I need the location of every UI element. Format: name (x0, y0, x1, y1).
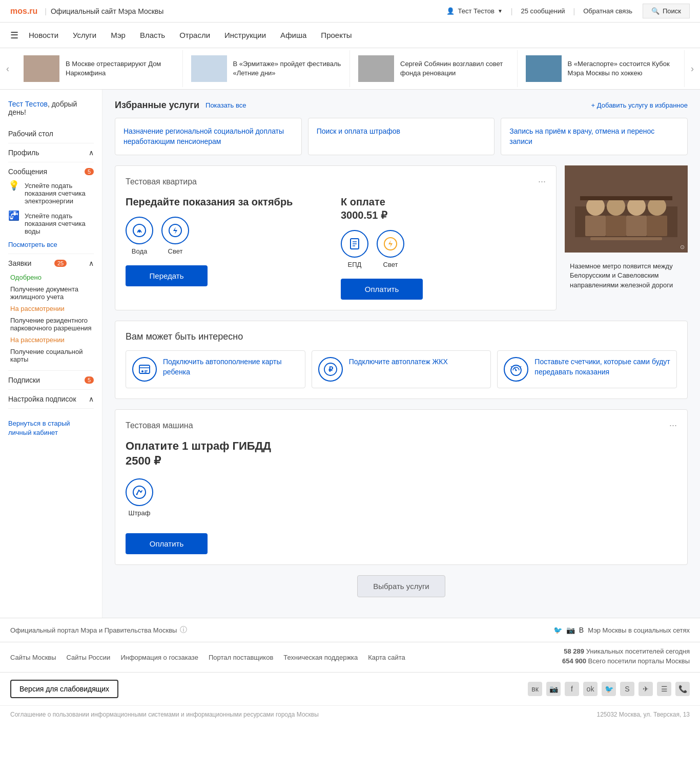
meter-card-icon (504, 357, 528, 382)
footer-link-sites-moscow[interactable]: Сайты Москвы (10, 654, 56, 661)
twitter-icon[interactable]: 🐦 (602, 682, 616, 696)
svg-rect-19 (590, 237, 662, 240)
footer-bottom: Версия для слабовидящих вк 📷 f ok 🐦 S ✈ … (0, 673, 700, 705)
fav-card[interactable]: Назначение региональной социальной допла… (115, 118, 302, 155)
ticker-item[interactable]: Сергей Собянин возглавил совет фонда рен… (350, 50, 518, 87)
car-menu-icon[interactable]: ··· (669, 420, 677, 431)
pay-button[interactable]: Оплатить (341, 279, 423, 300)
footer-link-suppliers[interactable]: Портал поставщиков (209, 654, 273, 661)
ticker-item[interactable]: В «Мегаспорте» состоится Кубок Мэра Моск… (518, 50, 685, 87)
twitter-header-icon[interactable]: 🐦 (553, 626, 562, 634)
logo[interactable]: mos.ru (10, 7, 37, 16)
hamburger-icon[interactable]: ☰ (10, 30, 18, 41)
fav-card[interactable]: Запись на приём к врачу, отмена и перено… (501, 118, 688, 155)
nav-news[interactable]: Новости (29, 31, 58, 39)
sidebar-item-profile[interactable]: Профиль ∧ (8, 143, 94, 162)
nav-projects[interactable]: Проекты (321, 31, 352, 39)
messages-see-all-link[interactable]: Посмотреть все (8, 239, 57, 250)
ticker-image (191, 55, 227, 82)
footer: Официальный портал Мэра и Правительства … (0, 618, 700, 723)
epd-icon-item: ЕПД (341, 230, 368, 268)
sidebar-item-subscription-settings[interactable]: Настройка подписок ∧ (8, 390, 94, 409)
stat-unique-label: Уникальных посетителей сегодня (586, 647, 690, 655)
electricity-pay-label: Свет (383, 261, 398, 268)
interest-card-meter[interactable]: Поставьте счетчики, которые сами будут п… (497, 350, 677, 388)
electricity-icon-item: Свет (161, 217, 189, 255)
facebook-icon[interactable]: f (565, 682, 579, 696)
submit-readings-heading: Передайте показания за октябрь (126, 195, 331, 208)
back-to-old-cabinet-link[interactable]: Вернуться в старый личный кабинет (8, 419, 94, 437)
footer-address: 125032 Москва, ул. Тверская, 13 (596, 711, 690, 718)
ticker-next-button[interactable]: › (685, 48, 700, 89)
fine-label: Штраф (128, 509, 150, 517)
car-pay-button[interactable]: Оплатить (126, 533, 208, 554)
messages-badge: 5 (85, 168, 94, 175)
meeting-photo[interactable]: ⊙ (565, 165, 688, 253)
footer-link-gosgosorder[interactable]: Информация о госзаказе (120, 654, 198, 661)
interest-cards: Подключить автопополнение карты ребенка … (126, 350, 677, 388)
interest-card-text: Подключить автопополнение карты ребенка (163, 357, 299, 377)
order-item-parking: Получение резидентного парковочного разр… (8, 314, 94, 334)
nav-industries[interactable]: Отрасли (179, 31, 210, 39)
vk-header-icon[interactable]: В (579, 626, 584, 634)
svg-rect-18 (580, 196, 672, 200)
nav-authority[interactable]: Власть (140, 31, 165, 39)
choose-services-button[interactable]: Выбрать услуги (357, 575, 445, 597)
interest-card-pay[interactable]: ₽ Подключите автоплатеж ЖКХ (312, 350, 491, 388)
sidebar-item-subscriptions[interactable]: Подписки 5 (8, 371, 94, 390)
footer-link-sites-russia[interactable]: Сайты России (67, 654, 111, 661)
fav-services-show-all[interactable]: Показать все (205, 101, 246, 109)
footer-top: Официальный портал Мэра и Правительства … (0, 618, 700, 642)
sidebar-user-name[interactable]: Тест Тестов (8, 100, 48, 108)
site-title: Официальный сайт Мэра Москвы (51, 7, 163, 15)
fav-card[interactable]: Поиск и оплата штрафов (308, 118, 495, 155)
nav-events[interactable]: Афиша (280, 31, 306, 39)
main-content: Избранные услуги Показать все + Добавить… (102, 90, 700, 618)
sidebar-item-messages[interactable]: Сообщения 5 💡 Успейте подать показания с… (8, 162, 94, 254)
nav-services[interactable]: Услуги (73, 31, 96, 39)
search-button[interactable]: 🔍 Поиск (643, 4, 690, 18)
apartment-menu-icon[interactable]: ··· (538, 176, 546, 187)
news-photo-caption[interactable]: Наземное метро появится между Белорусски… (565, 257, 688, 295)
fine-icon-item: Штраф (126, 478, 153, 517)
footer-link-support[interactable]: Техническая поддержка (283, 654, 358, 661)
phone-icon[interactable]: 📞 (675, 682, 690, 696)
skype-icon[interactable]: S (620, 682, 634, 696)
nav-instructions[interactable]: Инструкции (224, 31, 266, 39)
footer-copyright-text[interactable]: Соглашение о пользовании информационными… (10, 711, 319, 718)
sidebar-item-desktop[interactable]: Рабочий стол (8, 124, 94, 143)
footer-info-icon[interactable]: ⓘ (180, 625, 187, 635)
interesting-title: Вам может быть интересно (126, 331, 677, 342)
add-favorite-button[interactable]: + Добавить услугу в избранное (591, 101, 688, 109)
sidebar-profile-label: Профиль ∧ (8, 149, 94, 157)
interest-card-child[interactable]: Подключить автопополнение карты ребенка (126, 350, 305, 388)
order-item-housing: Получение документа жилищного учета (8, 283, 94, 303)
rss-icon[interactable]: ☰ (657, 682, 671, 696)
ticker-item[interactable]: В «Эрмитаже» пройдет фестиваль «Летние д… (183, 50, 351, 87)
messages-button[interactable]: 25 сообщений (514, 4, 571, 18)
car-block: Тестовая машина ··· Оплатите 1 штраф ГИБ… (115, 409, 688, 565)
telegram-icon[interactable]: ✈ (639, 682, 653, 696)
footer-links: Сайты Москвы Сайты России Информация о г… (0, 642, 700, 673)
apartment-row: Тестовая квартира ··· Передайте показани… (115, 165, 688, 310)
sidebar-greeting: Тест Тестов, добрый день! (8, 100, 94, 116)
ticker-prev-button[interactable]: ‹ (0, 48, 15, 89)
apartment-block-header: Тестовая квартира ··· (126, 176, 546, 187)
svg-rect-16 (626, 216, 647, 236)
instagram-header-icon[interactable]: 📷 (566, 626, 575, 634)
child-card-icon (132, 357, 157, 382)
nav-mayor[interactable]: Мэр (111, 31, 126, 39)
footer-link-sitemap[interactable]: Карта сайта (368, 654, 405, 661)
user-name: Тест Тестов (458, 7, 494, 15)
ticker-item[interactable]: В Москве отреставрируют Дом Наркомфина (15, 50, 183, 87)
odnoklassniki-icon[interactable]: ok (583, 682, 598, 696)
user-button[interactable]: 👤 Тест Тестов ▼ (440, 4, 508, 18)
submit-icons: Вода Свет (126, 217, 331, 255)
instagram-icon[interactable]: 📷 (546, 682, 561, 696)
vk-icon[interactable]: вк (528, 682, 542, 696)
sidebar-item-orders[interactable]: Заявки 25 ∧ Одобрено Получение документа… (8, 254, 94, 371)
vision-button[interactable]: Версия для слабовидящих (10, 680, 118, 698)
feedback-button[interactable]: Обратная связь (577, 4, 639, 18)
water-icon: 🚰 (8, 210, 19, 221)
submit-readings-button[interactable]: Передать (126, 265, 208, 286)
